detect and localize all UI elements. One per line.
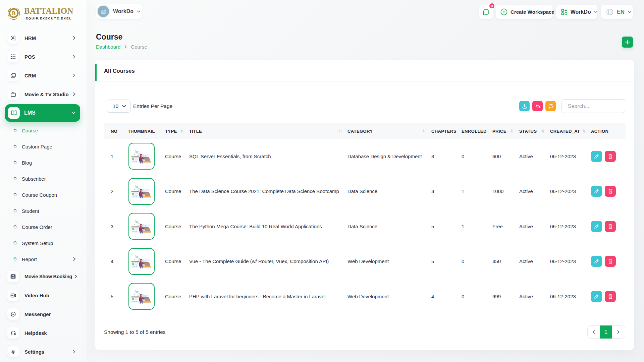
svg-text:B: B (12, 10, 15, 16)
